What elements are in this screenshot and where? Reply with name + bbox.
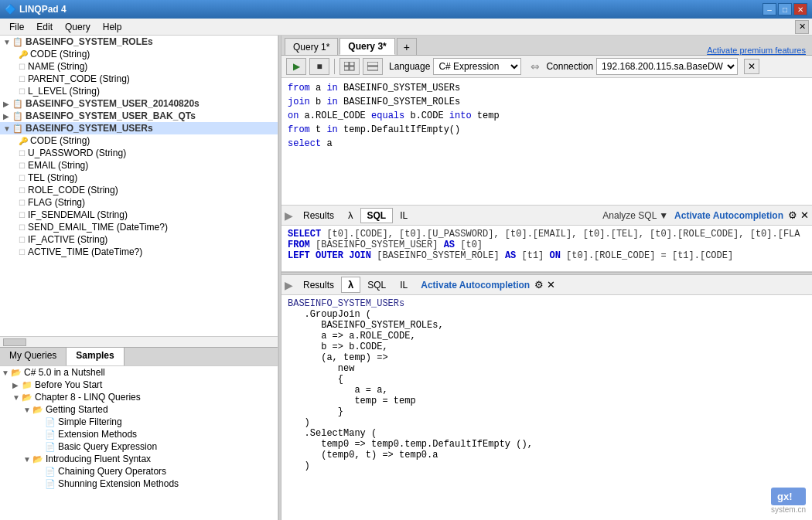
sql-tab-2[interactable]: SQL	[360, 277, 393, 293]
lambda-code: BASEINFO_SYSTEM_USERs .GroupJoin ( BASEI…	[288, 298, 806, 471]
tree-row[interactable]: 📄 Basic Query Expression	[0, 440, 278, 453]
menu-file[interactable]: File	[3, 20, 30, 34]
my-queries-tab[interactable]: My Queries	[0, 348, 67, 365]
tree-label: BASEINFO_SYSTEM_USER_BAK_QTs	[26, 110, 196, 121]
il-tab-1[interactable]: IL	[393, 208, 415, 223]
expander-icon[interactable]: ▼	[23, 406, 32, 414]
query-close-button[interactable]: ✕	[744, 59, 759, 74]
code-editor[interactable]: from a in BASEINFO_SYSTEM_USERs join b i…	[281, 78, 812, 206]
sql-line-3: LEFT OUTER JOIN [BASEINFO_SYSTEM_ROLE] A…	[288, 250, 806, 261]
close-button[interactable]: ✕	[793, 3, 807, 15]
tree-row[interactable]: ☐ NAME (String)	[0, 60, 278, 73]
results-tab-2[interactable]: Results	[296, 277, 341, 293]
results-tabbar-2: ▶ Results λ SQL IL Activate Autocompleti…	[281, 275, 812, 295]
grid-view-button[interactable]	[339, 58, 360, 75]
close-results-1[interactable]: ✕	[800, 209, 809, 221]
tree-label: U_PASSWORD (String)	[28, 148, 126, 158]
lambda-tab-1[interactable]: λ	[341, 207, 360, 223]
code-line: select a	[288, 137, 806, 151]
run-button[interactable]: ▶	[286, 58, 306, 75]
tree-label: CODE (String)	[30, 49, 90, 59]
query1-tab[interactable]: Query 1*	[285, 38, 338, 55]
tree-row[interactable]: ☐ ROLE_CODE (String)	[0, 184, 278, 196]
stop-button[interactable]: ■	[309, 58, 329, 75]
code-line: join b in BASEINFO_SYSTEM_ROLEs	[288, 95, 806, 109]
tree-hscroll[interactable]	[0, 336, 278, 347]
results-triangle-icon: ▶	[285, 209, 293, 222]
menu-edit[interactable]: Edit	[30, 20, 59, 34]
code-line: on a.ROLE_CODE equals b.CODE into temp	[288, 109, 806, 123]
activate-autocomplete-2[interactable]: Activate Autocompletion	[421, 280, 530, 291]
tree-row[interactable]: ▼ 📂 Getting Started	[0, 403, 278, 416]
tree-row[interactable]: 🔑 CODE (String)	[0, 48, 278, 60]
tree-row[interactable]: ▼ 📋 BASEINFO_SYSTEM_ROLEs	[0, 36, 278, 48]
basic-query-label: Basic Query Expression	[58, 441, 157, 452]
tree-row[interactable]: 📄 Chaining Query Operators	[0, 465, 278, 478]
menu-help[interactable]: Help	[97, 20, 128, 34]
settings-icon-2[interactable]: ⚙	[534, 279, 544, 291]
maximize-button[interactable]: □	[778, 3, 792, 15]
tree-row[interactable]: ☐ TEL (String)	[0, 172, 278, 184]
tree-row[interactable]: ☐ L_LEVEL (String)	[0, 85, 278, 97]
tree-row[interactable]: ▶ 📋 BASEINFO_SYSTEM_USER_20140820s	[0, 97, 278, 110]
tree-label: EMAIL (String)	[28, 160, 88, 171]
results-tab-1[interactable]: Results	[296, 208, 341, 223]
tree-label: L_LEVEL (String)	[28, 86, 100, 97]
add-tab-button[interactable]: +	[397, 38, 417, 55]
il-tab-2[interactable]: IL	[393, 277, 415, 293]
expander-icon[interactable]: ▼	[3, 38, 12, 46]
main-layout: ▼ 📋 BASEINFO_SYSTEM_ROLEs 🔑 CODE (String…	[0, 36, 812, 520]
toolbar-separator	[334, 59, 335, 74]
expander-icon[interactable]: ▶	[3, 100, 12, 108]
expander-icon[interactable]: ▼	[3, 124, 12, 133]
tree-row[interactable]: 📄 Extension Methods	[0, 428, 278, 440]
query-tab-bar: Query 1* Query 3* + Activate premium fea…	[281, 36, 812, 56]
samples-tab[interactable]: Samples	[67, 348, 124, 365]
language-label: Language	[389, 61, 430, 72]
tree-row[interactable]: ☐ EMAIL (String)	[0, 159, 278, 172]
tree-row[interactable]: ▶ 📁 Before You Start	[0, 379, 278, 391]
tree-row[interactable]: ▼ 📂 C# 5.0 in a Nutshell	[0, 366, 278, 379]
tree-label: BASEINFO_SYSTEM_USER_20140820s	[26, 98, 200, 109]
expander-icon[interactable]: ▼	[12, 393, 22, 402]
activate-autocomplete-1[interactable]: Activate Autocompletion	[674, 210, 783, 221]
tree-row[interactable]: ▼ 📋 BASEINFO_SYSTEM_USERs	[0, 122, 278, 134]
close-results-2[interactable]: ✕	[547, 279, 555, 291]
tree-row[interactable]: ▼ 📂 Introducing Fluent Syntax	[0, 453, 278, 465]
tree-row[interactable]: 🔑 CODE (String)	[0, 134, 278, 147]
sql-tab-1[interactable]: SQL	[360, 208, 394, 223]
tree-row[interactable]: ☐ FLAG (String)	[0, 196, 278, 209]
list-view-button[interactable]	[363, 58, 383, 75]
tree-row[interactable]: ☐ ACTIVE_TIME (DateTime?)	[0, 246, 278, 258]
expander-icon[interactable]: ▶	[3, 112, 12, 121]
expander-icon[interactable]: ▼	[23, 455, 32, 464]
tree-row[interactable]: 📄 Shunning Extension Methods	[0, 478, 278, 490]
settings-icon-1[interactable]: ⚙	[788, 209, 797, 221]
menu-query[interactable]: Query	[59, 20, 97, 34]
tree-row[interactable]: ☐ IF_SENDEMAIL (String)	[0, 209, 278, 221]
expander-icon[interactable]: ▼	[2, 369, 11, 377]
tree-label: BASEINFO_SYSTEM_ROLEs	[26, 36, 153, 47]
tree-row[interactable]: 📄 Simple Filtering	[0, 416, 278, 428]
language-select[interactable]: C# Expression C# Statement(s) SQL	[433, 58, 521, 75]
activate-premium-link[interactable]: Activate premium features	[707, 46, 812, 55]
minimize-button[interactable]: –	[763, 3, 776, 15]
tree-label: ACTIVE_TIME (DateTime?)	[28, 246, 142, 257]
query3-tab[interactable]: Query 3*	[339, 38, 394, 55]
window-controls: – □ ✕	[763, 3, 807, 15]
tree-row[interactable]: ☐ IF_ACTIVE (String)	[0, 233, 278, 246]
panel-close-button[interactable]: ✕	[795, 20, 809, 34]
tree-row[interactable]: ▼ 📂 Chapter 8 - LINQ Queries	[0, 391, 278, 403]
tree-row[interactable]: ☐ PARENT_CODE (String)	[0, 73, 278, 85]
analyze-sql-button[interactable]: Analyze SQL ▼	[602, 210, 668, 221]
tree-row[interactable]: ☐ U_PASSWORD (String)	[0, 147, 278, 159]
bottom-tabs: My Queries Samples	[0, 347, 278, 365]
swap-icon[interactable]: ⇔	[531, 60, 540, 73]
connection-select[interactable]: 192.168.200.115.sa.BaseDW	[596, 58, 738, 75]
expander-icon[interactable]: ▶	[12, 381, 22, 389]
menubar: File Edit Query Help ✕	[0, 19, 812, 36]
lambda-tab-2[interactable]: λ	[341, 277, 360, 293]
tree-row[interactable]: ▶ 📋 BASEINFO_SYSTEM_USER_BAK_QTs	[0, 110, 278, 122]
watermark: gx! system.cn	[771, 488, 806, 514]
tree-row[interactable]: ☐ SEND_EMAIL_TIME (DateTime?)	[0, 221, 278, 233]
